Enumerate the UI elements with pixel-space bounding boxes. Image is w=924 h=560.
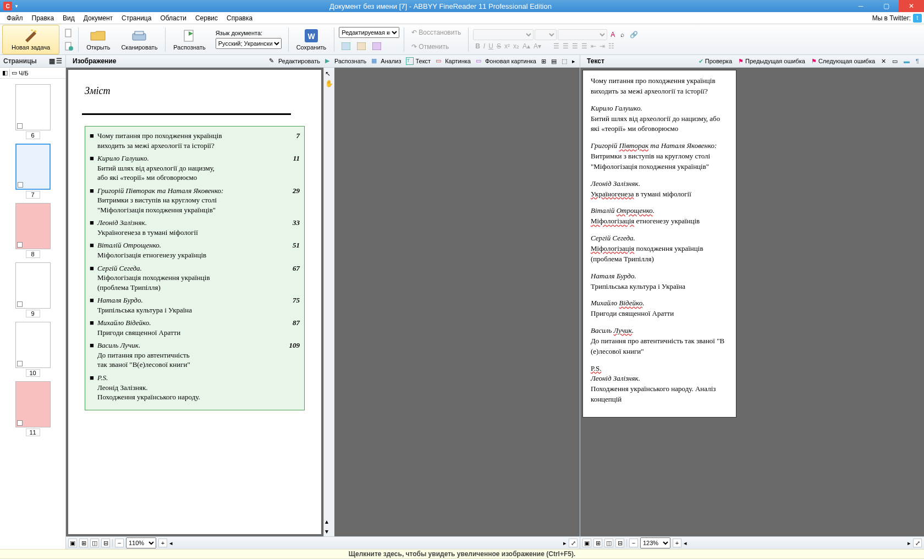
- indent-dec-icon[interactable]: ⇤: [591, 42, 596, 50]
- text-editor[interactable]: Чому питання про походження українців ви…: [582, 70, 736, 418]
- text-zoom-out-icon[interactable]: −: [629, 539, 638, 547]
- page-thumb-7[interactable]: [15, 144, 51, 190]
- page-thumb-10[interactable]: [15, 322, 51, 368]
- menu-view[interactable]: Вид: [58, 13, 79, 23]
- hand-icon[interactable]: ✋: [325, 80, 334, 89]
- pages-list-icon[interactable]: ☰: [56, 57, 62, 65]
- text-zoom-select[interactable]: 123%: [640, 537, 670, 548]
- save-button[interactable]: W Сохранить: [291, 25, 332, 54]
- picture-tool[interactable]: ▭Картинка: [433, 56, 473, 66]
- pages-list[interactable]: 67891011: [0, 79, 65, 549]
- menu-areas[interactable]: Области: [156, 13, 191, 23]
- align-center-icon[interactable]: ☰: [563, 42, 569, 50]
- menu-document[interactable]: Документ: [79, 13, 117, 23]
- collapse-icon[interactable]: ▸: [570, 57, 578, 66]
- list-icon[interactable]: ☷: [608, 42, 614, 50]
- recognize-tool[interactable]: ▶Распознать: [323, 56, 369, 66]
- lang-select[interactable]: Русский; Украински: [216, 38, 282, 49]
- split-v-icon[interactable]: ⊟: [101, 539, 110, 547]
- size-select[interactable]: [535, 29, 557, 40]
- strike-icon[interactable]: S: [497, 42, 501, 50]
- up-icon[interactable]: ▴: [325, 518, 334, 526]
- hint-bar[interactable]: Щелкните здесь, чтобы увидеть увеличенно…: [0, 549, 924, 559]
- text-expand-icon[interactable]: ⤢: [913, 539, 922, 547]
- table-tool-icon[interactable]: ⊞: [539, 57, 548, 66]
- next-icon[interactable]: ▸: [563, 540, 566, 547]
- bgpicture-tool[interactable]: ▭Фоновая картинка: [474, 56, 538, 66]
- edit-tool[interactable]: ✎Редактировать: [267, 56, 322, 66]
- menu-help[interactable]: Справка: [222, 13, 257, 23]
- fit-page-icon[interactable]: ▣: [68, 539, 77, 547]
- dropdown-icon[interactable]: ▼: [14, 4, 19, 9]
- menu-page[interactable]: Страница: [117, 13, 156, 23]
- doc-new-icon[interactable]: [63, 41, 75, 52]
- align-left-icon[interactable]: ☰: [553, 42, 559, 50]
- text-prev-icon[interactable]: ◂: [684, 540, 687, 547]
- text-split-h-icon[interactable]: ◫: [604, 539, 613, 547]
- prev-error-tool[interactable]: ⚑Предыдущая ошибка: [735, 57, 808, 66]
- scan-button[interactable]: Сканировать: [116, 25, 163, 54]
- bold-icon[interactable]: B: [475, 42, 480, 50]
- bw-icon[interactable]: ◧: [2, 69, 8, 76]
- doc-icon[interactable]: [63, 28, 75, 39]
- page-thumb-11[interactable]: [15, 381, 51, 427]
- down-icon[interactable]: ▾: [325, 528, 334, 536]
- layout-1-icon[interactable]: [339, 40, 353, 52]
- font-inc-icon[interactable]: A▴: [522, 42, 530, 50]
- text-tool[interactable]: TТекст: [404, 56, 433, 66]
- cursor-icon[interactable]: ↖: [325, 70, 334, 79]
- layout-3-icon[interactable]: [370, 40, 384, 52]
- recognize-button[interactable]: Распознать: [168, 25, 211, 54]
- doc-view-icon[interactable]: ▭: [12, 69, 17, 76]
- prev-icon[interactable]: ◂: [169, 540, 173, 547]
- menu-service[interactable]: Сервис: [191, 13, 222, 23]
- sup-icon[interactable]: x²: [504, 42, 510, 50]
- image-zoom-select[interactable]: 110%: [126, 537, 156, 548]
- underline-icon[interactable]: U: [488, 42, 493, 50]
- font-dec-icon[interactable]: A▾: [534, 42, 541, 50]
- minimize-button[interactable]: ─: [848, 0, 873, 12]
- text-fit-icon[interactable]: ▣: [582, 539, 591, 547]
- layout-select[interactable]: Редактируемая копи: [339, 27, 399, 38]
- del-icon[interactable]: ✕: [878, 57, 889, 66]
- search-icon[interactable]: ⌕: [618, 31, 626, 39]
- page-image[interactable]: Зміст ■Чому питання про походження украї…: [68, 70, 321, 534]
- italic-icon[interactable]: I: [483, 42, 485, 50]
- hl-icon[interactable]: ▬: [901, 57, 912, 65]
- expand-icon[interactable]: ⤢: [569, 539, 578, 547]
- analyze-tool[interactable]: ▦Анализ: [369, 56, 403, 66]
- twitter-icon[interactable]: t: [913, 14, 922, 23]
- style-select[interactable]: [558, 29, 607, 40]
- link-icon[interactable]: 🔗: [628, 31, 640, 39]
- next-error-tool[interactable]: ⚑Следующая ошибка: [809, 57, 878, 66]
- maximize-button[interactable]: ▢: [873, 0, 899, 12]
- split-h-icon[interactable]: ◫: [90, 539, 99, 547]
- menu-edit[interactable]: Правка: [28, 13, 59, 23]
- text-split-v-icon[interactable]: ⊟: [615, 539, 624, 547]
- text-next-icon[interactable]: ▸: [908, 540, 911, 547]
- pic-icon[interactable]: ▭: [889, 57, 900, 66]
- page-thumb-8[interactable]: [15, 203, 51, 249]
- page-thumb-6[interactable]: [15, 84, 51, 130]
- font-select[interactable]: [473, 29, 534, 40]
- align-justify-icon[interactable]: ☰: [581, 42, 587, 50]
- sub-icon[interactable]: x₂: [513, 42, 519, 50]
- pages-view-icon[interactable]: ▦: [49, 57, 55, 65]
- highlight-icon[interactable]: A: [608, 31, 617, 39]
- close-button[interactable]: ✕: [899, 0, 924, 12]
- grid-icon[interactable]: ⊞: [79, 539, 88, 547]
- zoom-in-icon[interactable]: +: [158, 539, 167, 547]
- text-zoom-in-icon[interactable]: +: [673, 539, 681, 547]
- indent-inc-icon[interactable]: ⇥: [600, 42, 605, 50]
- para-icon[interactable]: ¶: [913, 57, 922, 65]
- align-right-icon[interactable]: ☰: [572, 42, 578, 50]
- recognition-area[interactable]: ■Чому питання про походження українцівви…: [85, 126, 305, 410]
- zoom-out-icon[interactable]: −: [115, 539, 124, 547]
- page-thumb-9[interactable]: [15, 262, 51, 309]
- select-tool-icon[interactable]: ⬚: [559, 57, 569, 66]
- check-tool[interactable]: ✔Проверка: [696, 57, 735, 66]
- new-task-button[interactable]: Новая задача: [2, 25, 59, 54]
- area-tool-icon[interactable]: ▤: [549, 57, 559, 66]
- open-button[interactable]: Открыть: [81, 25, 116, 54]
- menu-file[interactable]: Файл: [2, 13, 28, 23]
